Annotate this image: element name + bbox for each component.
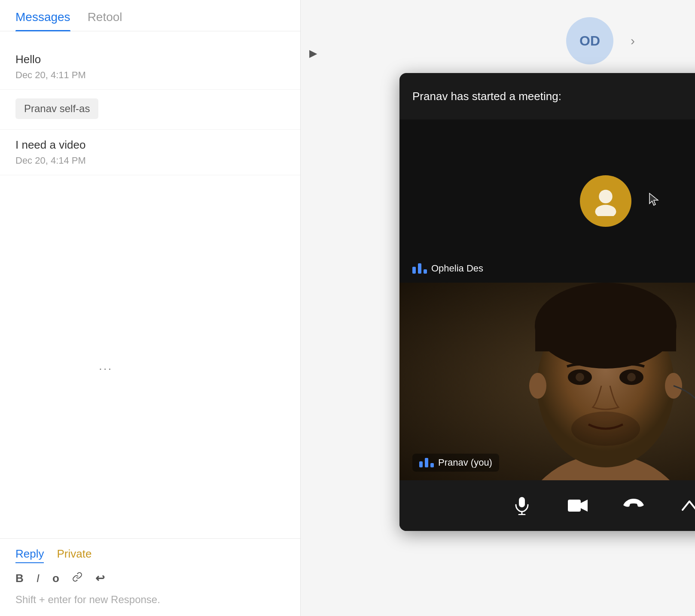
message-preview: Hello — [15, 53, 285, 66]
collapse-arrow[interactable]: ▶ — [309, 47, 317, 59]
pranav-panel: Pranav (you) — [399, 283, 695, 480]
undo-button[interactable]: ↩ — [95, 572, 105, 585]
ophelia-panel: Ophelia Des — [399, 119, 695, 283]
tabs-bar: Messages Retool — [0, 0, 300, 31]
bold-button[interactable]: B — [15, 572, 24, 585]
chevron-right-button[interactable]: › — [622, 30, 643, 52]
audio-indicator — [412, 263, 427, 274]
svg-rect-18 — [568, 500, 581, 512]
pranav-name: Pranav (you) — [438, 457, 492, 468]
pranav-label: Pranav (you) — [412, 454, 499, 472]
svg-point-11 — [576, 373, 584, 381]
left-panel-bottom: Reply Private B I o ↩ Shift + enter for … — [0, 538, 300, 616]
svg-rect-6 — [535, 326, 676, 351]
od-avatar-area: OD › — [566, 17, 643, 64]
message-preview: I need a video — [15, 138, 285, 152]
ophelia-label: Ophelia Des — [412, 263, 483, 274]
tab-messages[interactable]: Messages — [15, 10, 70, 31]
meeting-overlay: Pranav has started a meeting: Leave the … — [399, 73, 695, 531]
svg-point-13 — [571, 412, 640, 446]
app-container: Messages Retool Hello Dec 20, 4:11 PM Pr… — [0, 0, 695, 616]
message-time: Dec 20, 4:14 PM — [15, 155, 285, 166]
meeting-title: Pranav has started a meeting: — [412, 90, 561, 103]
private-tab[interactable]: Private — [57, 547, 91, 563]
reply-tabs: Reply Private — [15, 547, 285, 563]
message-list: Hello Dec 20, 4:11 PM Pranav self-as I n… — [0, 31, 300, 188]
italic-button[interactable]: I — [37, 572, 40, 585]
pranav-face-svg — [399, 283, 695, 480]
tab-retool[interactable]: Retool — [88, 10, 122, 31]
phone-icon — [622, 498, 645, 513]
input-placeholder[interactable]: Shift + enter for new Response. — [15, 592, 285, 607]
ellipsis-menu[interactable]: ··· — [99, 362, 285, 375]
ophelia-name: Ophelia Des — [431, 263, 483, 274]
ophelia-avatar — [580, 175, 631, 227]
camera-icon — [567, 498, 588, 513]
cursor — [649, 192, 659, 209]
link-button[interactable] — [72, 572, 82, 585]
meeting-header: Pranav has started a meeting: Leave the … — [399, 73, 695, 119]
mic-button[interactable] — [507, 491, 537, 521]
svg-point-1 — [595, 205, 616, 216]
meeting-controls — [399, 480, 695, 531]
avatar: OD — [566, 17, 613, 64]
list-item[interactable]: I need a video Dec 20, 4:14 PM — [0, 130, 300, 175]
strikethrough-button[interactable]: o — [52, 572, 59, 585]
mic-icon — [513, 496, 530, 515]
left-panel: Messages Retool Hello Dec 20, 4:11 PM Pr… — [0, 0, 301, 616]
message-time: Dec 20, 4:11 PM — [15, 70, 285, 81]
list-item[interactable]: Hello Dec 20, 4:11 PM — [0, 44, 300, 90]
pranav-video — [399, 283, 695, 480]
message-tag: Pranav self-as — [15, 98, 98, 119]
hangup-button[interactable] — [619, 491, 649, 521]
person-icon — [591, 186, 621, 216]
svg-point-12 — [627, 373, 636, 381]
camera-button[interactable] — [563, 491, 593, 521]
chevron-up-icon — [681, 500, 695, 512]
format-toolbar: B I o ↩ — [15, 572, 285, 585]
right-area: ▶ OD › Pranav has started a meeting: Lea… — [301, 0, 695, 616]
svg-rect-15 — [519, 497, 525, 507]
svg-point-7 — [529, 373, 546, 399]
reply-tab[interactable]: Reply — [15, 547, 44, 563]
pranav-audio-indicator — [419, 458, 434, 467]
more-options-button[interactable] — [674, 491, 695, 521]
svg-point-0 — [599, 190, 613, 204]
list-item[interactable]: Pranav self-as — [0, 90, 300, 130]
